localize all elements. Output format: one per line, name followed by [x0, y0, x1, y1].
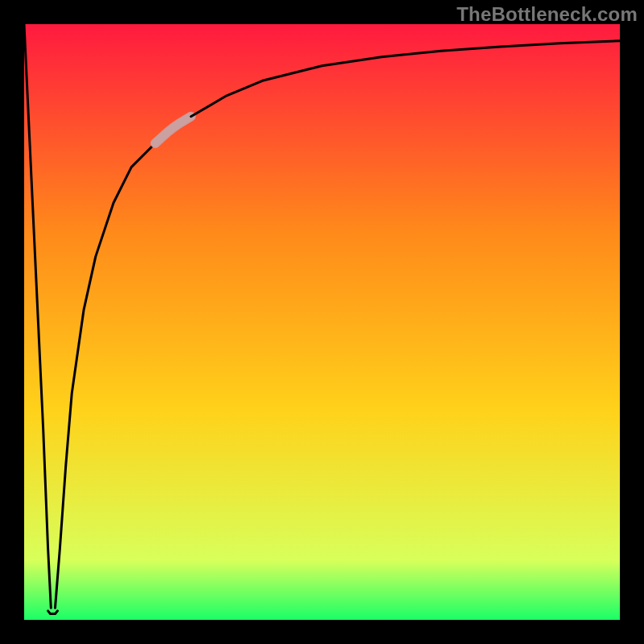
- plot-area: [24, 24, 620, 620]
- bottleneck-chart: [0, 0, 644, 644]
- chart-container: TheBottleneck.com: [0, 0, 644, 644]
- watermark-text: TheBottleneck.com: [456, 3, 638, 26]
